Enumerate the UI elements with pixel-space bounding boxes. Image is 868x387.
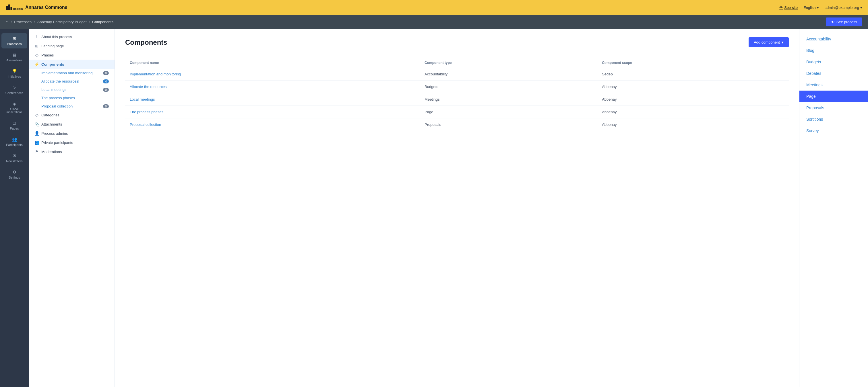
- nav-item-participants[interactable]: 👥 Participants: [1, 134, 27, 149]
- cell-name: The process phases: [125, 106, 420, 118]
- cell-name: Implementation and monitoring: [125, 68, 420, 80]
- nav-item-processes[interactable]: ⊞ Processes: [1, 33, 27, 48]
- top-bar-left: decidim Annares Commons: [6, 2, 67, 12]
- decidim-logo: decidim: [6, 2, 23, 12]
- table-row: Allocate the resources! Budgets Abbenay: [125, 80, 789, 93]
- table-header: Component name Component type Component …: [125, 58, 789, 68]
- user-icon: 👤: [34, 131, 39, 136]
- sidebar-item-categories[interactable]: ◇ Categories: [29, 110, 115, 119]
- right-panel-item-proposals[interactable]: Proposals: [799, 102, 868, 113]
- right-panel-item-meetings[interactable]: Meetings: [799, 79, 868, 91]
- top-bar: decidim Annares Commons 👁 See site Engli…: [0, 0, 868, 15]
- cell-scope: Abbenay: [597, 93, 789, 106]
- component-link[interactable]: Allocate the resources!: [130, 84, 167, 89]
- nav-item-global-moderations[interactable]: ◈ Global moderations: [1, 99, 27, 117]
- cell-type: Meetings: [420, 93, 597, 106]
- sidebar-sub-item-local-meetings[interactable]: Local meetings 0: [29, 85, 115, 94]
- component-link[interactable]: Implementation and monitoring: [130, 72, 181, 76]
- svg-rect-2: [11, 7, 12, 10]
- col-scope: Component scope: [597, 58, 789, 68]
- app-title: Annares Commons: [25, 5, 67, 10]
- cell-scope: Sedep: [597, 68, 789, 80]
- info-icon: ℹ: [34, 34, 39, 39]
- chevron-down-icon: ▾: [782, 40, 784, 44]
- participants-icon: 👥: [12, 137, 17, 142]
- sidebar-sub-item-implementation[interactable]: Implementation and monitoring 0: [29, 69, 115, 77]
- right-panel-item-sortitions[interactable]: Sortitions: [799, 113, 868, 125]
- sidebar-item-process-admins[interactable]: 👤 Process admins: [29, 129, 115, 138]
- right-panel-item-page[interactable]: Page: [799, 91, 868, 102]
- cell-scope: Abbenay: [597, 106, 789, 118]
- nav-item-settings[interactable]: ⚙ Settings: [1, 167, 27, 182]
- language-selector[interactable]: English ▾: [803, 5, 819, 10]
- component-link[interactable]: Local meetings: [130, 97, 155, 102]
- sidebar-item-attachments[interactable]: 📎 Attachments: [29, 119, 115, 129]
- moderations-icon: ◈: [13, 102, 16, 106]
- flag-icon: ⚑: [34, 149, 39, 154]
- conferences-icon: ▷: [13, 85, 16, 90]
- main-layout: ⊞ Processes ▦ Assemblies 💡 Initiatives ▷…: [0, 29, 868, 387]
- right-panel-item-debates[interactable]: Debates: [799, 68, 868, 79]
- breadcrumb-current: Components: [92, 20, 113, 24]
- breadcrumb-budget[interactable]: Abbenay Participatory Budget: [37, 20, 87, 24]
- cell-type: Proposals: [420, 118, 597, 131]
- breadcrumb-processes[interactable]: Processes: [14, 20, 32, 24]
- nav-item-pages[interactable]: ◻ Pages: [1, 118, 27, 133]
- diamond-icon: ◇: [34, 53, 39, 57]
- component-link[interactable]: The process phases: [130, 110, 163, 114]
- cell-name: Local meetings: [125, 93, 420, 106]
- table-body: Implementation and monitoring Accountabi…: [125, 68, 789, 131]
- main-content: Components Add component ▾ Component nam…: [115, 29, 799, 387]
- cell-type: Accountability: [420, 68, 597, 80]
- home-icon[interactable]: ⌂: [6, 19, 9, 24]
- sidebar-sub-item-process-phases[interactable]: The process phases: [29, 94, 115, 102]
- nav-item-newsletters[interactable]: ✉ Newsletters: [1, 150, 27, 166]
- sidebar-item-moderations[interactable]: ⚑ Moderations: [29, 147, 115, 156]
- sidebar-item-private-participants[interactable]: 👥 Private participants: [29, 138, 115, 147]
- sidebar-sub-items: Implementation and monitoring 0 Allocate…: [29, 69, 115, 110]
- content-area: Components Add component ▾ Component nam…: [115, 29, 868, 387]
- nav-item-assemblies[interactable]: ▦ Assemblies: [1, 49, 27, 65]
- paperclip-icon: 📎: [34, 122, 39, 127]
- see-site-link[interactable]: 👁 See site: [779, 5, 798, 10]
- table-row: Proposal collection Proposals Abbenay: [125, 118, 789, 131]
- svg-text:decidim: decidim: [13, 7, 23, 10]
- nav-item-conferences[interactable]: ▷ Conferences: [1, 82, 27, 98]
- eye-icon: 👁: [831, 20, 835, 24]
- cell-scope: Abbenay: [597, 80, 789, 93]
- grid-icon: ⊞: [34, 43, 39, 48]
- settings-icon: ⚙: [12, 170, 17, 174]
- eye-icon: 👁: [779, 5, 783, 10]
- admin-menu[interactable]: admin@example.org ▾: [825, 5, 862, 10]
- table-row: The process phases Page Abbenay: [125, 106, 789, 118]
- table-row: Implementation and monitoring Accountabi…: [125, 68, 789, 80]
- right-panel-item-accountability[interactable]: Accountability: [799, 33, 868, 45]
- nav-item-initiatives[interactable]: 💡 Initiatives: [1, 66, 27, 81]
- initiatives-icon: 💡: [12, 69, 17, 73]
- sidebar-item-about[interactable]: ℹ About this process: [29, 32, 115, 41]
- sidebar-item-phases[interactable]: ◇ Phases: [29, 50, 115, 60]
- sidebar: ℹ About this process ⊞ Landing page ◇ Ph…: [29, 29, 115, 387]
- processes-icon: ⊞: [12, 36, 16, 41]
- add-component-button[interactable]: Add component ▾: [749, 37, 789, 47]
- see-process-button[interactable]: 👁 See process: [826, 17, 862, 26]
- page-header: Components Add component ▾: [125, 37, 789, 52]
- newsletters-icon: ✉: [12, 153, 16, 158]
- cell-type: Page: [420, 106, 597, 118]
- sidebar-sub-item-proposal-collection[interactable]: Proposal collection 0: [29, 102, 115, 110]
- sidebar-sub-item-allocate[interactable]: Allocate the resources! 4: [29, 77, 115, 85]
- table-row: Local meetings Meetings Abbenay: [125, 93, 789, 106]
- bolt-icon: ⚡: [34, 62, 39, 67]
- sidebar-item-components[interactable]: ⚡ Components: [29, 60, 115, 69]
- breadcrumb: ⌂ / Processes / Abbenay Participatory Bu…: [6, 19, 113, 24]
- sidebar-item-landing[interactable]: ⊞ Landing page: [29, 41, 115, 50]
- right-panel-item-budgets[interactable]: Budgets: [799, 56, 868, 68]
- right-panel-item-survey[interactable]: Survey: [799, 125, 868, 136]
- component-link[interactable]: Proposal collection: [130, 122, 161, 127]
- cell-name: Allocate the resources!: [125, 80, 420, 93]
- top-bar-right: 👁 See site English ▾ admin@example.org ▾: [779, 5, 862, 10]
- right-panel-items: AccountabilityBlogBudgetsDebatesMeetings…: [799, 33, 868, 136]
- svg-rect-0: [6, 6, 8, 10]
- tag-icon: ◇: [34, 113, 39, 117]
- right-panel-item-blog[interactable]: Blog: [799, 45, 868, 56]
